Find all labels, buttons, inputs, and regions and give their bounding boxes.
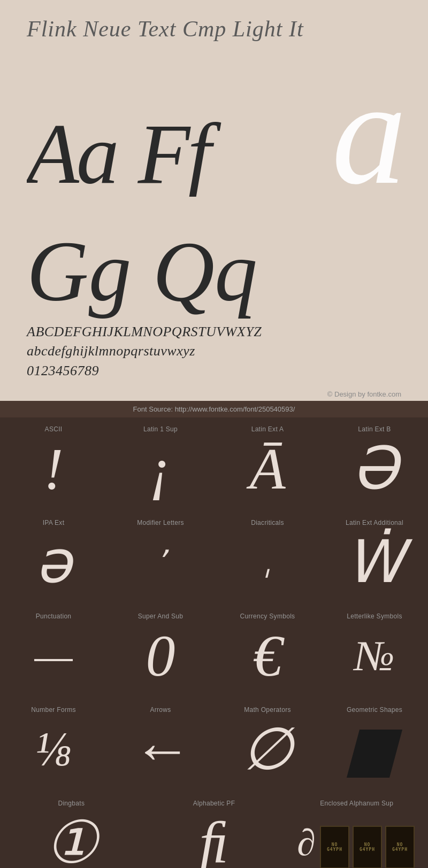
label-enclosed-alphanum: Enclosed Alphanum Sup [320, 800, 393, 807]
glyph-showcase: Aa Ff a [27, 47, 401, 197]
label-geoshapes: Geometric Shapes [347, 706, 402, 714]
no-glyph-box-1: NOG4YPH [320, 826, 349, 868]
char-supersub: 0 [146, 624, 175, 687]
glyph-ff: Ff [138, 111, 209, 197]
label-arrows: Arrows [150, 706, 171, 714]
char-latin1sup: ¡ [149, 437, 172, 500]
label-diacriticals: Diacriticals [251, 519, 284, 526]
no-glyph-text-1: NOG4YPH [327, 842, 342, 852]
char-mathops: ∅ [242, 718, 293, 781]
char-punctuation: — [34, 624, 72, 687]
char-diacriticals: ˌ [263, 531, 272, 594]
no-glyph-group: ∂ NOG4YPH NOG4YPH NOG4YPH [297, 811, 416, 868]
char-latinextb: Ə [351, 437, 398, 500]
glyph-cell-ascii: ASCII ! [0, 417, 107, 511]
no-glyph-boxes: NOG4YPH NOG4YPH NOG4YPH [318, 824, 416, 868]
label-mathops: Math Operators [244, 706, 291, 714]
label-modletters: Modifier Letters [137, 519, 184, 526]
glyph-cell-supersub: Super And Sub 0 [107, 604, 214, 698]
glyph-cell-dingbats: Dingbats ① [0, 792, 143, 868]
label-ipaext: IPA Ext [43, 519, 65, 526]
alphabet-upper: ABCDEFGHIJKLMNOPQRSTUVWXYZ [27, 322, 401, 342]
glyph-cell-diacriticals: Diacriticals ˌ [214, 511, 321, 604]
glyph-gg: Gg [27, 229, 132, 314]
char-arrows: ← [131, 718, 190, 781]
no-glyph-text-3: NOG4YPH [392, 842, 408, 852]
char-ipaext: ə [35, 531, 72, 594]
no-glyph-box-3: NOG4YPH [385, 826, 415, 868]
char-ascii: ! [44, 437, 64, 500]
char-enclosed: ∂ [297, 824, 316, 862]
label-numberforms: Number Forms [31, 706, 76, 714]
label-latin1sup: Latin 1 Sup [143, 425, 178, 433]
alphabet-section: ABCDEFGHIJKLMNOPQRSTUVWXYZ abcdefghijklm… [27, 314, 401, 386]
char-letterlike: № [354, 624, 394, 687]
label-alphabeticpf: Alphabetic PF [193, 800, 235, 807]
glyph-cell-latin1sup: Latin 1 Sup ¡ [107, 417, 214, 511]
label-latinextb: Latin Ext B [358, 425, 391, 433]
glyph-cell-latinextb: Latin Ext B Ə [321, 417, 428, 511]
geo-shape-container [353, 718, 396, 781]
char-modletters: ʼ [156, 531, 166, 594]
alphabet-lower: abcdefghijklmnopqrstuvwxyz [27, 342, 401, 361]
glyph-cell-latinextadd: Latin Ext Additional Ẇ [321, 511, 428, 604]
glyph-cell-geoshapes: Geometric Shapes [321, 698, 428, 792]
font-title: Flink Neue Text Cmp Light It [27, 16, 401, 42]
no-glyph-box-2: NOG4YPH [353, 826, 382, 868]
glyph-cell-latinexta: Latin Ext A Ā [214, 417, 321, 511]
glyph-cell-enclosed-alphanum: Enclosed Alphanum Sup ∂ NOG4YPH NOG4YPH … [285, 792, 428, 868]
glyph-aa: Aa [27, 111, 117, 197]
font-source-bar: Font Source: http://www.fontke.com/font/… [0, 401, 428, 417]
glyph-cell-punctuation: Punctuation — [0, 604, 107, 698]
label-punctuation: Punctuation [36, 613, 72, 620]
label-latinextadd: Latin Ext Additional [346, 519, 403, 526]
geo-shape [347, 730, 402, 778]
no-glyph-text-2: NOG4YPH [360, 842, 375, 852]
char-dingbats: ① [45, 811, 98, 868]
label-currency: Currency Symbols [240, 613, 295, 620]
glyph-cell-modletters: Modifier Letters ʼ [107, 511, 214, 604]
top-section: Flink Neue Text Cmp Light It Aa Ff a Gg … [0, 0, 428, 401]
glyph-cell-letterlike: Letterlike Symbols № [321, 604, 428, 698]
glyph-cell-ipaext: IPA Ext ə [0, 511, 107, 604]
label-letterlike: Letterlike Symbols [347, 613, 402, 620]
copyright: © Design by fontke.com [27, 386, 401, 401]
glyph-grid: ASCII ! Latin 1 Sup ¡ Latin Ext A Ā Lati… [0, 417, 428, 868]
char-alphabeticpf: ﬁ [199, 811, 228, 868]
label-dingbats: Dingbats [58, 800, 85, 807]
glyph-a-large: a [332, 58, 401, 197]
glyph-cell-alphabeticpf: Alphabetic PF ﬁ [143, 792, 286, 868]
char-numberforms: ⅛ [35, 718, 72, 781]
char-latinexta: Ā [249, 437, 285, 500]
glyph-cell-numberforms: Number Forms ⅛ [0, 698, 107, 792]
label-supersub: Super And Sub [138, 613, 184, 620]
bottom-row: Dingbats ① Alphabetic PF ﬁ Enclosed Alph… [0, 792, 428, 868]
digits: 0123456789 [27, 361, 401, 381]
char-currency: € [253, 624, 282, 687]
glyph-cell-mathops: Math Operators ∅ [214, 698, 321, 792]
glyph-cell-currency: Currency Symbols € [214, 604, 321, 698]
glyph-qq: Qq [153, 229, 258, 314]
label-latinexta: Latin Ext A [251, 425, 284, 433]
label-ascii: ASCII [45, 425, 63, 433]
glyph-row2: Gg Qq [27, 197, 401, 314]
char-latinextadd: Ẇ [346, 531, 404, 594]
glyph-cell-arrows: Arrows ← [107, 698, 214, 792]
